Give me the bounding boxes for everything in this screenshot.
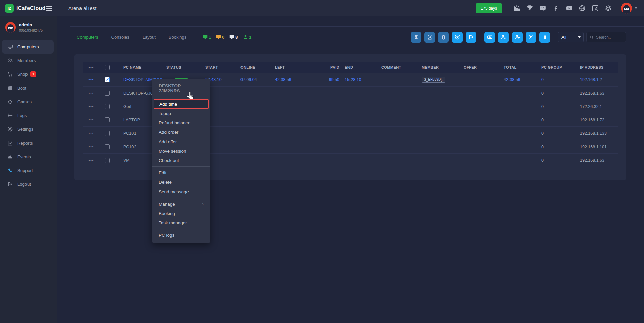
table-header: •••PC NAMESTATUSSTARTONLINELEFTPAIDENDCO… bbox=[83, 62, 618, 73]
sidebar-item-boot[interactable]: Boot bbox=[2, 81, 54, 95]
discord-icon[interactable] bbox=[539, 5, 546, 12]
total-time: 42:38:56 bbox=[504, 77, 541, 82]
tab-computers[interactable]: Computers bbox=[70, 35, 105, 40]
pause-button[interactable] bbox=[539, 32, 550, 43]
tab-layout[interactable]: Layout bbox=[136, 35, 162, 40]
row-checkbox[interactable] bbox=[105, 77, 110, 82]
sidebar-item-members[interactable]: Members bbox=[2, 54, 54, 67]
menu-item-add-order[interactable]: Add order bbox=[152, 127, 210, 137]
tab-separator bbox=[193, 34, 193, 40]
submenu-arrow-icon: › bbox=[202, 201, 204, 207]
row-actions-button[interactable]: ••• bbox=[83, 78, 100, 82]
menu-item-edit[interactable]: Edit bbox=[152, 168, 210, 177]
hourglass-button[interactable] bbox=[424, 32, 435, 43]
sidebar-item-shop[interactable]: Shop1 bbox=[2, 67, 54, 81]
row-checkbox[interactable] bbox=[105, 158, 110, 163]
user-plus-button[interactable] bbox=[512, 32, 523, 43]
column-header-pc-name: PC NAME bbox=[119, 65, 162, 69]
row-actions-button[interactable]: ••• bbox=[83, 159, 100, 162]
sidebar-item-games[interactable]: Games bbox=[2, 95, 54, 109]
cash-button[interactable] bbox=[484, 32, 495, 43]
menu-item-label: Add offer bbox=[159, 139, 177, 144]
column-header-pc-group: PC GROUP bbox=[541, 65, 580, 69]
menu-item-topup[interactable]: Topup bbox=[152, 109, 210, 118]
menu-item-move-session[interactable]: Move session bbox=[152, 146, 210, 156]
sign-out-button[interactable] bbox=[466, 32, 476, 43]
facebook-icon[interactable] bbox=[552, 5, 559, 12]
row-checkbox[interactable] bbox=[105, 144, 110, 149]
sidebar-item-logs[interactable]: Logs bbox=[2, 109, 54, 122]
menu-item-refund-balance[interactable]: Refund balance bbox=[152, 118, 210, 127]
sidebar-item-reports[interactable]: Reports bbox=[2, 136, 54, 150]
filter-select[interactable]: All bbox=[558, 32, 584, 42]
sidebar-item-logout[interactable]: Logout bbox=[2, 177, 54, 191]
column-header-ip-address: IP ADDRESS bbox=[580, 65, 618, 69]
column-header-start: START bbox=[205, 65, 237, 69]
menu-item-delete[interactable]: Delete bbox=[152, 177, 210, 187]
menu-item-task-manager[interactable]: Task manager bbox=[152, 218, 210, 227]
toolbar: ComputersConsolesLayoutBookings 1081 All bbox=[70, 26, 644, 47]
header-row-actions[interactable]: ••• bbox=[83, 66, 100, 69]
screen-capture-button[interactable] bbox=[526, 32, 536, 43]
ranking-icon[interactable] bbox=[513, 5, 520, 12]
sidebar-item-support[interactable]: Support bbox=[2, 164, 54, 177]
sidebar-item-settings[interactable]: Settings bbox=[2, 122, 54, 136]
youtube-icon[interactable] bbox=[566, 5, 573, 12]
user-avatar[interactable] bbox=[621, 3, 632, 14]
ip-address: 192.168.1.63 bbox=[580, 91, 618, 96]
row-actions-button[interactable]: ••• bbox=[83, 145, 100, 149]
row-actions-button[interactable]: ••• bbox=[83, 105, 100, 108]
battery-button[interactable] bbox=[438, 32, 449, 43]
select-all-checkbox[interactable] bbox=[105, 65, 110, 70]
menu-divider bbox=[152, 198, 210, 198]
member-badge[interactable]: G_EFB39D[.. bbox=[422, 77, 445, 83]
cash-icon bbox=[487, 34, 493, 40]
sidebar-item-label: Logs bbox=[17, 113, 27, 118]
counter-value: 8 bbox=[235, 35, 238, 40]
globe-icon[interactable] bbox=[579, 5, 586, 12]
sidebar-item-events[interactable]: Events bbox=[2, 150, 54, 164]
menu-item-add-offer[interactable]: Add offer bbox=[152, 137, 210, 146]
row-actions-button[interactable]: ••• bbox=[83, 91, 100, 95]
sidebar-item-label: Reports bbox=[17, 141, 33, 146]
pc-group: 0 bbox=[541, 104, 580, 109]
pc-group: 0 bbox=[541, 145, 580, 149]
status-counter-0: 1 bbox=[202, 34, 211, 40]
row-checkbox[interactable] bbox=[105, 91, 110, 96]
trophy-icon[interactable] bbox=[526, 5, 533, 12]
search-box bbox=[586, 32, 626, 42]
menu-item-manage[interactable]: Manage› bbox=[152, 199, 210, 209]
tab-bookings[interactable]: Bookings bbox=[162, 35, 193, 40]
row-checkbox[interactable] bbox=[105, 104, 110, 109]
tab-consoles[interactable]: Consoles bbox=[105, 35, 136, 40]
menu-item-label: Delete bbox=[159, 180, 172, 185]
layers-icon[interactable] bbox=[605, 5, 612, 12]
alarm-button[interactable] bbox=[452, 32, 463, 43]
hamburger-menu-icon[interactable] bbox=[46, 5, 52, 12]
menu-item-send-message[interactable]: Send message bbox=[152, 187, 210, 196]
menu-item-pc-logs[interactable]: PC logs bbox=[152, 230, 210, 240]
sidebar-item-label: Computers bbox=[17, 44, 39, 49]
navbar-divider bbox=[57, 0, 57, 16]
ip-address: 192.168.1.63 bbox=[580, 158, 618, 163]
user-star-button[interactable] bbox=[498, 32, 509, 43]
sidebar-item-label: Games bbox=[17, 99, 32, 104]
alarm-icon bbox=[454, 34, 460, 40]
hourglass-filled-button[interactable] bbox=[411, 32, 421, 43]
row-checkbox[interactable] bbox=[105, 117, 110, 122]
row-actions-button[interactable]: ••• bbox=[83, 118, 100, 122]
end-time: 15:28:10 bbox=[339, 77, 371, 82]
menu-item-add-time[interactable]: Add time bbox=[154, 99, 209, 109]
chevron-down-icon[interactable] bbox=[635, 7, 637, 9]
menu-item-check-out[interactable]: Check out bbox=[152, 156, 210, 165]
menu-item-booking[interactable]: Booking bbox=[152, 209, 210, 218]
license-days-badge[interactable]: 175 days bbox=[476, 3, 502, 13]
icafecloud-icon[interactable] bbox=[592, 5, 599, 12]
row-checkbox[interactable] bbox=[105, 131, 110, 136]
row-actions-button[interactable]: ••• bbox=[83, 131, 100, 135]
menu-item-label: Topup bbox=[159, 111, 171, 116]
menu-item-label: Refund balance bbox=[159, 120, 191, 125]
sidebar-item-computers[interactable]: Computers bbox=[2, 40, 54, 54]
search-input[interactable] bbox=[596, 35, 623, 40]
member-cell: G_EFB39D[.. bbox=[415, 77, 462, 83]
